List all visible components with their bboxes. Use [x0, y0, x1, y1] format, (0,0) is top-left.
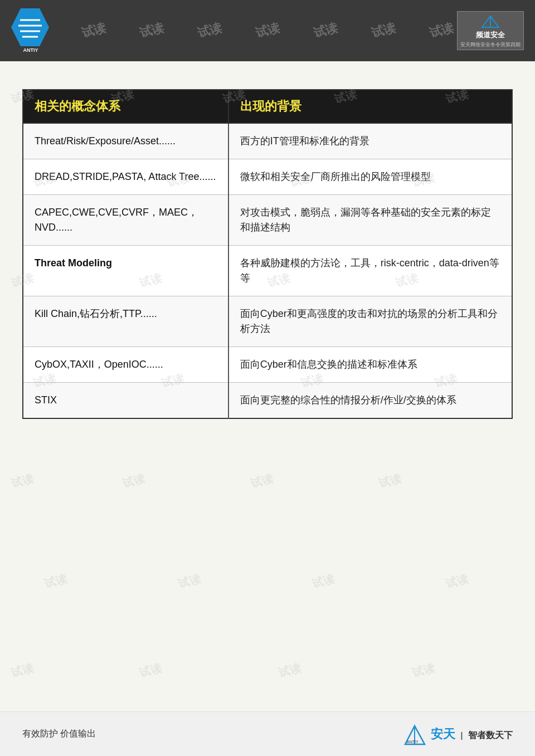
watermark-7: 试读	[427, 19, 455, 42]
footer-right: ANTIY 安天 | 智者数天下	[402, 723, 513, 745]
cell-concept-4: Kill Chain,钻石分析,TTP......	[23, 296, 228, 347]
watermark-6: 试读	[369, 19, 397, 42]
cell-background-3: 各种威胁建模的方法论，工具，risk-centric，data-driven等等	[228, 246, 512, 296]
table-row: STIX面向更完整的综合性的情报分析/作业/交换的体系	[23, 383, 512, 419]
brand-sub: 安天网络安全冬令营第四期	[460, 41, 521, 48]
cell-background-1: 微软和相关安全厂商所推出的风险管理模型	[228, 159, 512, 195]
table-row: CybOX,TAXII，OpenIOC......面向Cyber和信息交换的描述…	[23, 347, 512, 383]
cell-concept-1: DREAD,STRIDE,PASTA, Attack Tree......	[23, 159, 228, 195]
cell-concept-5: CybOX,TAXII，OpenIOC......	[23, 347, 228, 383]
logo-area: ANTIY	[11, 8, 50, 53]
col1-header: 相关的概念体系	[23, 90, 228, 123]
table-header-row: 相关的概念体系 出现的背景	[23, 90, 512, 123]
footer: 有效防护 价值输出 ANTIY 安天 | 智者数天下	[0, 711, 535, 756]
footer-brand: 安天 | 智者数天下	[431, 726, 513, 743]
watermark-2: 试读	[138, 19, 166, 42]
logo-icon	[16, 13, 45, 41]
footer-brand-zh: 安天	[431, 727, 455, 741]
concept-table: 相关的概念体系 出现的背景 Threat/Risk/Exposure/Asset…	[22, 89, 513, 419]
header-watermarks: 试读 试读 试读 试读 试读 试读 试读	[0, 0, 535, 61]
cell-concept-2: CAPEC,CWE,CVE,CVRF，MAEC，NVD......	[23, 195, 228, 246]
cell-background-2: 对攻击模式，脆弱点，漏洞等各种基础的安全元素的标定和描述结构	[228, 195, 512, 246]
watermark-4: 试读	[254, 19, 281, 42]
table-row: DREAD,STRIDE,PASTA, Attack Tree......微软和…	[23, 159, 512, 195]
cell-background-0: 西方的IT管理和标准化的背景	[228, 123, 512, 159]
brand-name: 频道安全	[476, 30, 505, 40]
table-row: Threat/Risk/Exposure/Asset......西方的IT管理和…	[23, 123, 512, 159]
table-row: Threat Modeling各种威胁建模的方法论，工具，risk-centri…	[23, 246, 512, 296]
logo-hexagon	[11, 8, 49, 46]
cell-background-6: 面向更完整的综合性的情报分析/作业/交换的体系	[228, 383, 512, 419]
table-row: Kill Chain,钻石分析,TTP......面向Cyber和更高强度的攻击…	[23, 296, 512, 347]
logo-text: ANTIY	[11, 47, 50, 53]
watermark-1: 试读	[80, 19, 108, 42]
cell-concept-0: Threat/Risk/Exposure/Asset......	[23, 123, 228, 159]
footer-logo-icon: ANTIY	[402, 723, 427, 745]
brand-icon	[476, 13, 504, 30]
main-content: 相关的概念体系 出现的背景 Threat/Risk/Exposure/Asset…	[0, 61, 535, 711]
table-row: CAPEC,CWE,CVE,CVRF，MAEC，NVD......对攻击模式，脆…	[23, 195, 512, 246]
logo-shape: ANTIY	[11, 8, 50, 53]
footer-brand-tagline: 智者数天下	[468, 730, 513, 740]
footer-slogan: 有效防护 价值输出	[22, 728, 96, 740]
cell-concept-6: STIX	[23, 383, 228, 419]
header: ANTIY 试读 试读 试读 试读 试读 试读 试读 频道安全 安天网络安全冬令…	[0, 0, 535, 61]
header-right-logo: 频道安全 安天网络安全冬令营第四期	[457, 11, 524, 50]
cell-concept-3: Threat Modeling	[23, 246, 228, 296]
footer-brand-pipe: |	[461, 731, 463, 740]
watermark-5: 试读	[312, 19, 339, 42]
col2-header: 出现的背景	[228, 90, 512, 123]
cell-background-4: 面向Cyber和更高强度的攻击和对抗的场景的分析工具和分析方法	[228, 296, 512, 347]
svg-text:ANTIY: ANTIY	[407, 740, 419, 744]
watermark-3: 试读	[196, 19, 223, 42]
cell-background-5: 面向Cyber和信息交换的描述和标准体系	[228, 347, 512, 383]
